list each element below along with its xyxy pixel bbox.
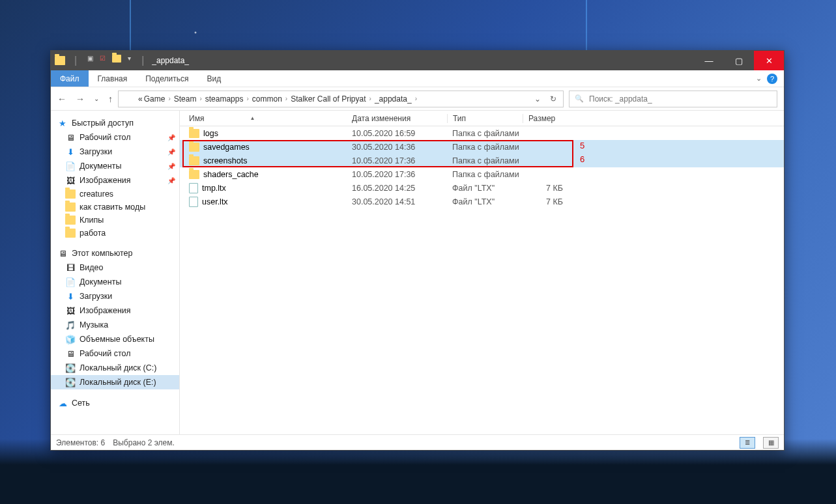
details-view-button[interactable]: ≣ — [740, 437, 755, 449]
ribbon-expand-icon[interactable]: ⌄ — [756, 74, 762, 83]
network-icon: ☁ — [57, 398, 68, 408]
sidebar-item-documents[interactable]: 📄Документы — [51, 275, 179, 289]
sidebar-item-folder[interactable]: работа — [51, 227, 179, 240]
thumbnails-view-button[interactable]: ▦ — [763, 437, 779, 449]
sidebar-item-label: Рабочий стол — [79, 349, 130, 358]
file-date: 10.05.2020 17:36 — [352, 170, 447, 179]
window-title: _appdata_ — [152, 56, 189, 65]
addr-dropdown-icon[interactable]: ⌄ — [530, 94, 545, 104]
sidebar-item-label: как ставить моды — [79, 203, 145, 212]
sidebar-item-pictures[interactable]: 🖼Изображения📌 — [51, 173, 179, 188]
close-button[interactable]: ✕ — [754, 51, 784, 70]
chevron-right-icon: › — [168, 95, 170, 102]
ribbon: Файл Главная Поделиться Вид ⌄ ? — [51, 70, 784, 87]
breadcrumb-item[interactable]: Game — [144, 94, 166, 104]
breadcrumb-item[interactable]: Steam — [174, 94, 197, 104]
sidebar-item-3d[interactable]: 🧊Объемные объекты — [51, 332, 179, 346]
sidebar-item-downloads[interactable]: ⬇Загрузки — [51, 289, 179, 303]
network-header[interactable]: ☁Сеть — [51, 396, 179, 410]
file-name: savedgames — [203, 143, 250, 152]
breadcrumb-item[interactable]: Stalker Call of Pripyat — [291, 94, 366, 104]
sidebar-item-label: Загрузки — [79, 147, 112, 156]
file-date: 16.05.2020 14:25 — [352, 184, 447, 193]
pin-icon: 📌 — [167, 177, 175, 184]
file-list-pane: Имя▲ Дата изменения Тип Размер logs10.05… — [180, 111, 784, 434]
sidebar-item-documents[interactable]: 📄Документы📌 — [51, 159, 179, 173]
tab-home[interactable]: Главная — [89, 70, 137, 87]
file-name: shaders_cache — [203, 170, 259, 179]
sidebar-item-downloads[interactable]: ⬇Загрузки📌 — [51, 145, 179, 159]
tab-share[interactable]: Поделиться — [136, 70, 197, 87]
sidebar-item-label: Музыка — [79, 320, 108, 329]
chevron-right-icon: › — [415, 95, 417, 102]
sidebar-item-folder[interactable]: Клипы — [51, 214, 179, 227]
download-icon: ⬇ — [65, 291, 76, 301]
explorer-window: | ▣ ☑ ▾ | _appdata_ — ▢ ✕ Файл Главная П… — [50, 50, 785, 451]
pc-icon: 🖥 — [57, 248, 68, 259]
titlebar[interactable]: | ▣ ☑ ▾ | _appdata_ — ▢ ✕ — [51, 51, 784, 70]
sidebar-item-folder[interactable]: как ставить моды — [51, 201, 179, 214]
folder-icon — [189, 170, 199, 179]
col-size[interactable]: Размер — [523, 114, 575, 123]
quick-access-header[interactable]: ★ Быстрый доступ — [51, 116, 179, 130]
minimize-button[interactable]: — — [694, 51, 724, 70]
col-date[interactable]: Дата изменения — [352, 114, 447, 123]
qat-properties-icon[interactable]: ▣ — [87, 55, 93, 66]
this-pc-header[interactable]: 🖥Этот компьютер — [51, 246, 179, 260]
col-type[interactable]: Тип — [447, 114, 523, 123]
chevron-right-icon: › — [199, 95, 201, 102]
search-icon: 🔍 — [575, 94, 584, 103]
annotation-label-6: 6 — [580, 154, 584, 164]
sidebar-item-desktop[interactable]: 🖥Рабочий стол — [51, 346, 179, 361]
col-name[interactable]: Имя — [189, 114, 204, 123]
sidebar-item-label: Рабочий стол — [79, 133, 130, 142]
sidebar-item-pictures[interactable]: 🖼Изображения — [51, 303, 179, 318]
file-tab[interactable]: Файл — [51, 70, 89, 87]
file-icon — [189, 197, 198, 207]
sidebar-item-folder[interactable]: creatures — [51, 188, 179, 201]
search-box[interactable]: 🔍 Поиск: _appdata_ — [569, 91, 777, 107]
breadcrumb-prefix[interactable]: « — [138, 94, 143, 104]
file-name: user.ltx — [202, 197, 228, 206]
tab-view[interactable]: Вид — [197, 70, 230, 87]
sidebar-item-desktop[interactable]: 🖥Рабочий стол📌 — [51, 130, 179, 145]
file-name: screenshots — [203, 156, 247, 165]
desktop-icon: 🖥 — [65, 348, 76, 359]
sidebar-item-music[interactable]: 🎵Музыка — [51, 318, 179, 332]
file-row[interactable]: tmp.ltx16.05.2020 14:25Файл "LTX"7 КБ — [180, 181, 784, 195]
sidebar-item-label: Клипы — [79, 216, 104, 225]
sidebar-item-label: Документы — [79, 161, 121, 171]
breadcrumb-item[interactable]: common — [252, 94, 282, 104]
file-row[interactable]: shaders_cache10.05.2020 17:36Папка с фай… — [180, 167, 784, 181]
sidebar-item-label: работа — [79, 229, 106, 238]
help-icon[interactable]: ? — [767, 74, 777, 84]
forward-button[interactable]: → — [76, 94, 85, 104]
folder-icon — [65, 216, 76, 225]
qat-check-icon[interactable]: ☑ — [100, 55, 106, 66]
qat-newfolder-icon[interactable] — [112, 55, 121, 63]
sidebar-item-drive-e[interactable]: 💽Локальный диск (E:) — [51, 375, 179, 389]
back-button[interactable]: ← — [57, 94, 66, 104]
chevron-right-icon: › — [369, 95, 371, 102]
qat-dropdown-icon[interactable]: ▾ — [128, 55, 131, 66]
address-bar[interactable]: « Game› Steam› steamapps› common› Stalke… — [118, 91, 564, 107]
refresh-button[interactable]: ↻ — [546, 94, 560, 104]
breadcrumb-item[interactable]: _appdata_ — [375, 94, 412, 104]
column-headers[interactable]: Имя▲ Дата изменения Тип Размер — [180, 111, 784, 126]
breadcrumb-item[interactable]: steamapps — [205, 94, 244, 104]
file-row[interactable]: logs10.05.2020 16:59Папка с файлами — [180, 126, 784, 140]
file-row[interactable]: user.ltx30.05.2020 14:51Файл "LTX"7 КБ — [180, 195, 784, 208]
file-row[interactable]: screenshots10.05.2020 17:36Папка с файла… — [180, 154, 784, 167]
sidebar-item-label: Локальный диск (E:) — [79, 378, 156, 387]
sidebar-item-label: Загрузки — [79, 292, 112, 301]
sidebar-item-drive-c[interactable]: 💽Локальный диск (C:) — [51, 361, 179, 375]
maximize-button[interactable]: ▢ — [724, 51, 754, 70]
recent-dropdown-icon[interactable]: ⌄ — [94, 95, 99, 102]
navigation-pane[interactable]: ★ Быстрый доступ 🖥Рабочий стол📌 ⬇Загрузк… — [51, 111, 180, 434]
file-type: Папка с файлами — [447, 143, 523, 152]
up-button[interactable]: ↑ — [108, 94, 113, 104]
pin-icon: 📌 — [167, 134, 175, 141]
drive-icon: 💽 — [65, 377, 76, 387]
file-row[interactable]: savedgames30.05.2020 14:36Папка с файлам… — [180, 140, 784, 154]
sidebar-item-videos[interactable]: 🎞Видео — [51, 260, 179, 275]
